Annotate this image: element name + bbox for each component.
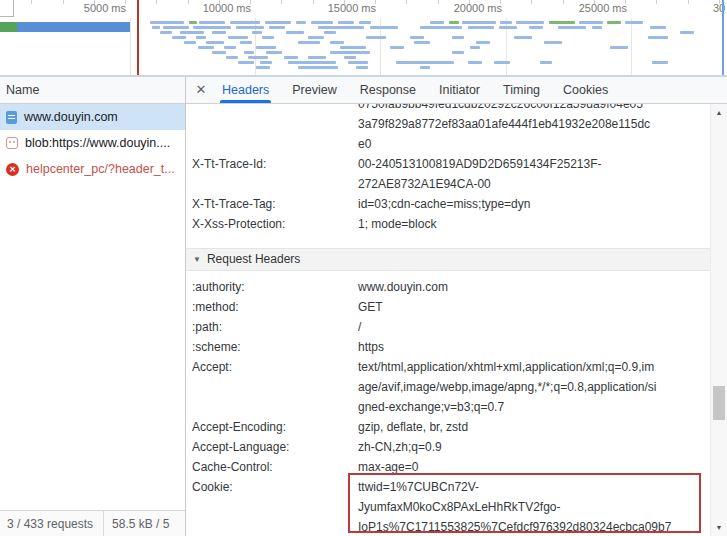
tab-label: Headers [222, 83, 269, 97]
request-label: www.douyin.com [24, 110, 118, 124]
waterfall-bar [228, 36, 248, 39]
scroll-down-icon[interactable]: ▼ [711, 519, 727, 536]
header-row: Accept:text/html,application/xhtml+xml,a… [186, 357, 710, 417]
disclosure-triangle-icon: ▼ [193, 255, 201, 264]
tab-initiator[interactable]: Initiator [433, 77, 486, 103]
waterfall-bar [470, 46, 480, 49]
request-headers-section[interactable]: ▼Request Headers [186, 248, 710, 271]
waterfall-bar [206, 41, 224, 44]
waterfall-bar [356, 66, 368, 69]
waterfall-bar [266, 51, 282, 54]
waterfall-bar [420, 26, 462, 29]
header-value-line: age/avif,image/webp,image/apng,*/*;q=0.8… [358, 377, 710, 397]
header-value-line: text/html,application/xhtml+xml,applicat… [358, 357, 710, 377]
tab-timing[interactable]: Timing [497, 77, 546, 103]
waterfall-bar [318, 26, 364, 29]
waterfall-bar [648, 36, 668, 39]
header-value: gzip, deflate, br, zstd [358, 417, 710, 437]
header-value-line: www.douyin.com [358, 277, 710, 297]
close-icon[interactable]: ✕ [186, 77, 216, 103]
header-row: X-Tt-Trace-Tag:id=03;cdn-cache=miss;type… [186, 194, 710, 214]
waterfall-bar [150, 21, 184, 24]
waterfall-bar [410, 36, 424, 39]
header-name: Accept-Language: [192, 437, 358, 457]
header-value: text/html,application/xhtml+xml,applicat… [358, 357, 710, 417]
header-row: Cookie:ttwid=1%7CUBCn72V-JyumfaxM0koCx8P… [186, 477, 710, 536]
waterfall-bar [324, 31, 336, 34]
waterfall-bar [579, 21, 603, 24]
waterfall-bar [189, 21, 197, 24]
waterfall-bar [514, 36, 532, 39]
waterfall-bar [500, 21, 512, 24]
network-overview[interactable] [0, 18, 727, 75]
tab-preview[interactable]: Preview [286, 77, 342, 103]
ruler-label: 20000 ms [406, 2, 502, 14]
waterfall-bar [236, 26, 264, 29]
waterfall-bar [152, 26, 160, 29]
header-value: / [358, 317, 710, 337]
document-request-bar [17, 22, 130, 32]
waterfall-bar [256, 46, 276, 49]
header-value-line: 1; mode=block [358, 214, 710, 234]
media-icon [6, 137, 18, 149]
ruler-label: 25000 ms [531, 2, 627, 14]
waterfall-bar [449, 21, 459, 24]
header-value-line: 3a79f829a8772ef83aa01afe444f1eb41932e208… [358, 114, 710, 134]
waterfall-bar [420, 66, 430, 69]
waterfall-bar [476, 41, 490, 44]
vertical-scrollbar[interactable]: ▲ ▼ [710, 104, 727, 536]
header-value-line: https [358, 337, 710, 357]
waterfall-bar [298, 66, 338, 69]
tab-label: Cookies [563, 83, 608, 97]
waterfall-bar [160, 31, 172, 34]
document-icon [6, 111, 17, 124]
waterfall-bar [199, 21, 225, 24]
waterfall-bar [330, 51, 370, 54]
request-row[interactable]: www.douyin.com [0, 104, 185, 130]
scroll-up-icon[interactable]: ▲ [711, 104, 727, 121]
waterfall-bar [462, 21, 496, 24]
header-row: Cache-Control:max-age=0 [186, 457, 710, 477]
waterfall-bar [544, 41, 562, 44]
document-request-bar [0, 22, 17, 32]
headers-detail-pane: 0750fab9bb49fed1cdb20292c26c06f12a59da9f… [186, 104, 710, 536]
waterfall-bar [284, 56, 298, 59]
header-row: X-Tt-Trace-Id:00-240513100819AD9D2D65914… [186, 154, 710, 194]
header-name: Cookie: [192, 477, 358, 536]
partial-widget [0, 0, 14, 17]
waterfall-bar [338, 21, 354, 24]
waterfall-bar [262, 36, 274, 39]
header-name: X-Tt-Trace-Id: [192, 154, 358, 194]
waterfall-bar [330, 41, 344, 44]
waterfall-bar [212, 51, 226, 54]
tab-label: Initiator [439, 83, 480, 97]
waterfall-bar [238, 61, 254, 64]
waterfall-bar [286, 31, 304, 34]
load-event-line [722, 0, 724, 75]
tab-headers[interactable]: Headers [216, 77, 275, 103]
ruler-label: 5000 ms [30, 2, 126, 14]
waterfall-bar [163, 26, 189, 29]
header-value-line: IoP1s%7C1711553825%7Cefdcf976392d80324ec… [358, 517, 710, 536]
scrollbar-thumb[interactable] [713, 386, 725, 420]
header-value: 0750fab9bb49fed1cdb20292c26c06f12a59da9f… [358, 104, 710, 154]
waterfall-bar [625, 21, 643, 24]
request-row[interactable]: ✕helpcenter_pc/?header_t... [0, 156, 185, 182]
tab-response[interactable]: Response [354, 77, 422, 103]
name-column-header[interactable]: Name [0, 77, 185, 104]
header-name [192, 104, 358, 154]
waterfall-bar [296, 21, 306, 24]
waterfall-bar [230, 21, 260, 24]
waterfall-bar [212, 31, 226, 34]
waterfall-bar [468, 26, 494, 29]
tab-cookies[interactable]: Cookies [557, 77, 614, 103]
header-value: ttwid=1%7CUBCn72V-JyumfaxM0koCx8PAxLeHhR… [358, 477, 710, 536]
header-row: 0750fab9bb49fed1cdb20292c26c06f12a59da9f… [186, 104, 710, 154]
header-name: :authority: [192, 277, 358, 297]
waterfall-bar [226, 56, 238, 59]
request-label: blob:https://www.douyin.... [25, 136, 170, 150]
ruler-label: 30 [713, 2, 727, 14]
overview-gridline [130, 18, 131, 75]
waterfall-bar [198, 46, 214, 49]
request-row[interactable]: blob:https://www.douyin.... [0, 130, 185, 156]
